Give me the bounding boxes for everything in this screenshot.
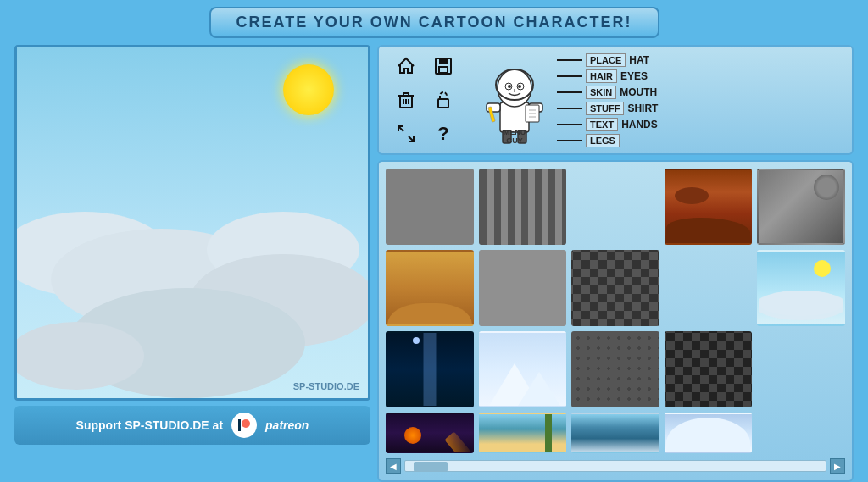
cat-label-place[interactable]: PLACE — [586, 53, 626, 67]
support-bar: Support SP-STUDIO.DE at patreon — [14, 406, 370, 445]
canvas-area: SP-STUDIO.DE — [14, 45, 370, 401]
page-title: CREATE YOUR OWN CARTOON CHARACTER! — [236, 14, 632, 30]
scroll-thumb[interactable] — [414, 462, 448, 472]
cloud-group — [17, 212, 368, 398]
thumbnail-sky-clouds[interactable] — [757, 250, 845, 326]
cat-line-legs — [557, 140, 582, 141]
character-label: MENUGUY — [472, 128, 557, 145]
character-preview: MENUGUY — [472, 53, 557, 147]
sun-decoration — [283, 64, 334, 115]
thumbnail-gray-solid[interactable] — [386, 169, 474, 245]
scrollbar-area: ◀ ▶ — [386, 458, 845, 474]
category-skin[interactable]: SKIN MOUTH — [557, 86, 658, 99]
cat-line-text — [557, 124, 582, 125]
thumbnail-mars[interactable] — [665, 169, 753, 245]
expand-icon[interactable] — [389, 119, 423, 149]
cat-name-shirt[interactable]: SHIRT — [627, 102, 658, 114]
category-text[interactable]: TEXT HANDS — [557, 118, 658, 131]
cat-name-mouth[interactable]: MOUTH — [620, 86, 657, 98]
cat-label-legs[interactable]: LEGS — [586, 134, 620, 147]
thumbnail-space-gray[interactable] — [757, 169, 845, 245]
svg-point-19 — [508, 85, 511, 88]
cat-label-hair[interactable]: HAIR — [586, 69, 617, 83]
cat-line-place — [557, 59, 582, 61]
delete-icon[interactable] — [389, 85, 423, 115]
patreon-logo-icon — [231, 413, 257, 438]
unlock-icon[interactable] — [426, 85, 460, 115]
svg-point-15 — [498, 69, 531, 107]
thumbnail-dark-checkered[interactable] — [571, 250, 659, 326]
thumbnail-alpine-snow[interactable] — [665, 413, 753, 453]
thumbnail-empty-2 — [665, 250, 753, 326]
cat-name-hands[interactable]: HANDS — [621, 119, 658, 130]
svg-point-20 — [518, 85, 521, 88]
thumbnail-snow-mountain[interactable] — [479, 331, 567, 407]
cloud-6 — [14, 322, 144, 390]
category-stuff[interactable]: STUFF SHIRT — [557, 102, 658, 115]
cat-line-hair — [557, 75, 582, 77]
category-hair[interactable]: HAIR EYES — [557, 69, 658, 83]
categories-list: PLACE HAT HAIR EYES SKIN MOUTH STUFF SHI… — [557, 53, 658, 147]
thumbnails-grid — [386, 169, 845, 453]
cat-label-stuff[interactable]: STUFF — [586, 102, 624, 115]
thumbnail-empty-3 — [757, 331, 845, 407]
thumbnail-desert[interactable] — [386, 250, 474, 326]
grid-area: ◀ ▶ — [377, 160, 854, 482]
thumbnail-gray-med[interactable] — [479, 250, 567, 326]
svg-rect-4 — [439, 67, 448, 73]
main-content: SP-STUDIO.DE Support SP-STUDIO.DE at pat… — [14, 45, 854, 482]
scroll-right-button[interactable]: ▶ — [830, 458, 845, 474]
watermark: SP-STUDIO.DE — [293, 381, 359, 391]
right-panel: ? — [377, 45, 854, 482]
patreon-label[interactable]: patreon — [265, 418, 309, 432]
home-icon[interactable] — [389, 51, 423, 81]
svg-rect-9 — [438, 99, 448, 108]
cat-line-skin — [557, 91, 582, 93]
svg-rect-3 — [439, 58, 448, 64]
tool-icons: ? — [389, 51, 460, 149]
thumbnail-ocean[interactable] — [571, 413, 659, 453]
svg-point-0 — [242, 419, 250, 428]
thumbnail-tropical[interactable] — [479, 413, 567, 453]
cat-label-skin[interactable]: SKIN — [586, 86, 616, 99]
save-icon[interactable] — [426, 51, 460, 81]
thumbnail-dotted[interactable] — [571, 331, 659, 407]
thumbnail-meteor[interactable] — [386, 413, 474, 453]
toolbar-area: ? — [377, 45, 854, 155]
support-text: Support SP-STUDIO.DE at — [76, 418, 223, 432]
help-icon[interactable]: ? — [426, 119, 460, 149]
canvas-panel: SP-STUDIO.DE Support SP-STUDIO.DE at pat… — [14, 45, 370, 482]
cat-line-stuff — [557, 108, 582, 109]
scroll-left-button[interactable]: ◀ — [386, 458, 401, 474]
thumbnail-space-beam[interactable] — [386, 331, 474, 407]
cat-label-text[interactable]: TEXT — [586, 118, 618, 131]
svg-rect-1 — [238, 419, 241, 431]
category-legs[interactable]: LEGS — [557, 134, 658, 147]
thumbnail-gray-stripes[interactable] — [479, 169, 567, 245]
title-bar: CREATE YOUR OWN CARTOON CHARACTER! — [209, 7, 659, 38]
cat-name-eyes[interactable]: EYES — [620, 70, 648, 82]
thumbnail-diamond[interactable] — [665, 331, 753, 407]
thumbnail-empty-1 — [571, 169, 659, 245]
scroll-track[interactable] — [404, 460, 826, 472]
category-place[interactable]: PLACE HAT — [557, 53, 658, 67]
cat-name-hat[interactable]: HAT — [629, 54, 649, 66]
